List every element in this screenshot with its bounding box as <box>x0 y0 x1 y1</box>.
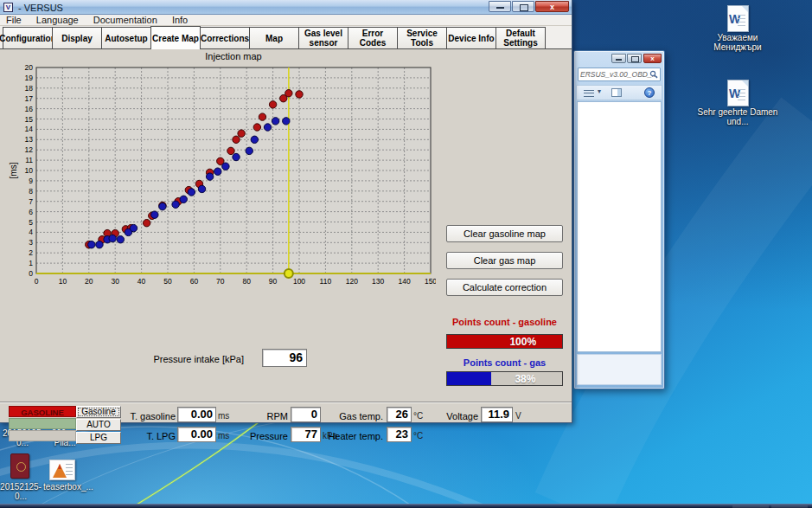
svg-text:19: 19 <box>25 74 34 82</box>
explorer-content <box>577 101 662 352</box>
svg-text:10: 10 <box>59 277 67 286</box>
svg-text:18: 18 <box>25 84 34 93</box>
svg-text:30: 30 <box>111 277 119 286</box>
svg-text:9: 9 <box>29 177 33 185</box>
svg-text:15: 15 <box>25 115 34 124</box>
svg-text:70: 70 <box>216 277 225 286</box>
desktop-icon-label[interactable]: 20152125-0... <box>0 482 42 501</box>
clear-gas-map-button[interactable]: Clear gas map <box>446 252 563 269</box>
svg-text:Injection map: Injection map <box>205 51 261 61</box>
clear-gasoline-map-button[interactable]: Clear gasoline map <box>446 225 563 242</box>
svg-text:[ms]: [ms] <box>9 162 18 178</box>
desktop-icon-label[interactable]: teaserbox_... <box>43 482 88 492</box>
svg-text:120: 120 <box>346 277 358 286</box>
menu-documentation[interactable]: Documentation <box>87 15 163 26</box>
svg-text:8: 8 <box>29 187 33 196</box>
tab-display[interactable]: Display <box>52 27 102 49</box>
menu-info[interactable]: Info <box>166 15 194 26</box>
magnifier-icon <box>649 70 658 79</box>
minimize-button[interactable] <box>489 1 511 12</box>
map-point-gas <box>188 189 195 196</box>
svg-text:7: 7 <box>29 197 33 206</box>
tab-device-info[interactable]: Device Info <box>446 27 496 49</box>
progress-value: 100% <box>509 336 536 348</box>
voltage-unit: V <box>515 410 521 422</box>
map-point-gasoline <box>143 219 150 226</box>
close-button[interactable]: x <box>535 1 569 12</box>
word-document-icon[interactable] <box>727 80 749 106</box>
svg-text:40: 40 <box>137 277 146 286</box>
map-point-gas <box>159 203 166 209</box>
close-button[interactable]: x <box>643 54 662 63</box>
explorer-window[interactable]: x ERSUS_v3.00_OBD_... ▾ ? <box>573 50 665 389</box>
document-lines <box>66 464 73 478</box>
menubar: File Language Documentation Info <box>0 15 572 26</box>
tab-create-map[interactable]: Create Map <box>150 26 201 49</box>
minimize-button[interactable] <box>611 54 626 63</box>
desktop: Уважаеми Мениджъри Sehr geehrte Damen un… <box>0 0 812 508</box>
svg-text:0: 0 <box>29 269 33 278</box>
maximize-button[interactable] <box>627 54 642 63</box>
explorer-statusbar <box>577 354 662 385</box>
help-icon[interactable]: ? <box>644 87 655 98</box>
svg-text:1: 1 <box>29 259 33 267</box>
preview-pane-icon[interactable] <box>611 88 622 97</box>
tab-configuration[interactable]: Configuration <box>3 27 53 49</box>
menu-language[interactable]: Language <box>30 15 85 26</box>
tab-map[interactable]: Map <box>249 27 299 49</box>
svg-text:110: 110 <box>320 277 332 286</box>
svg-text:16: 16 <box>25 105 34 113</box>
svg-text:2: 2 <box>29 248 33 257</box>
map-point-gas <box>222 163 229 170</box>
client-area: 0102030405060708090100110120130140150012… <box>0 49 572 422</box>
tab-service-tools[interactable]: Service Tools <box>397 27 447 49</box>
dropdown-caret-icon[interactable]: ▾ <box>598 87 601 95</box>
svg-text:20: 20 <box>25 63 34 72</box>
desktop-icon-label[interactable]: Уважаеми Мениджъри <box>694 33 781 52</box>
map-point-gas <box>198 185 205 192</box>
desktop-icon-label[interactable]: Sehr geehrte Damen und... <box>694 107 781 126</box>
pressure-cursor-handle[interactable] <box>285 269 293 278</box>
passport-image-icon[interactable] <box>10 453 29 479</box>
map-point-gas <box>96 241 103 248</box>
tab-autosetup[interactable]: Autosetup <box>101 27 151 49</box>
svg-text:5: 5 <box>29 218 33 227</box>
search-input[interactable]: ERSUS_v3.00_OBD_... <box>578 68 661 81</box>
map-point-gasoline <box>285 90 292 97</box>
explorer-toolbar: ▾ ? <box>576 85 662 100</box>
pyramid-chart-icon[interactable] <box>49 460 75 480</box>
map-point-gas <box>251 136 258 143</box>
tab-default-settings[interactable]: Default Settings <box>496 27 546 49</box>
rpm-label: RPM <box>216 410 288 422</box>
document-lines <box>738 15 745 27</box>
list-view-icon[interactable] <box>584 90 594 97</box>
document-lines <box>738 89 745 101</box>
taskbar[interactable] <box>0 504 812 508</box>
tab-error-codes[interactable]: Error Codes <box>348 27 398 49</box>
svg-text:50: 50 <box>163 277 172 286</box>
menu-file[interactable]: File <box>0 15 28 26</box>
maximize-button[interactable] <box>512 1 534 12</box>
map-point-gasoline <box>259 113 265 120</box>
svg-text:11: 11 <box>25 156 33 164</box>
versus-logo-icon: V <box>3 3 13 12</box>
svg-text:17: 17 <box>25 94 34 103</box>
map-point-gas <box>283 118 290 125</box>
tab-gas-level-sensor[interactable]: Gas level sensor <box>298 27 348 49</box>
map-point-gas <box>206 173 213 180</box>
map-point-gasoline <box>269 101 276 108</box>
svg-text:6: 6 <box>29 208 33 216</box>
map-point-gas <box>88 241 95 248</box>
map-point-gasoline <box>238 130 245 137</box>
titlebar[interactable]: V - VERSUS x <box>0 0 572 15</box>
tab-corrections[interactable]: Corrections <box>200 27 250 49</box>
injection-map-chart: 0102030405060708090100110120130140150012… <box>9 50 436 293</box>
word-document-icon[interactable] <box>727 5 749 32</box>
map-point-gasoline <box>233 136 240 143</box>
calculate-correction-button[interactable]: Calculate correction <box>446 279 563 296</box>
heater-temp-value: 23 <box>387 427 412 442</box>
voltage-label: Voltage <box>408 410 478 422</box>
gas-temp-label: Gas temp. <box>307 410 383 422</box>
svg-text:60: 60 <box>190 277 199 286</box>
svg-text:140: 140 <box>399 277 411 286</box>
